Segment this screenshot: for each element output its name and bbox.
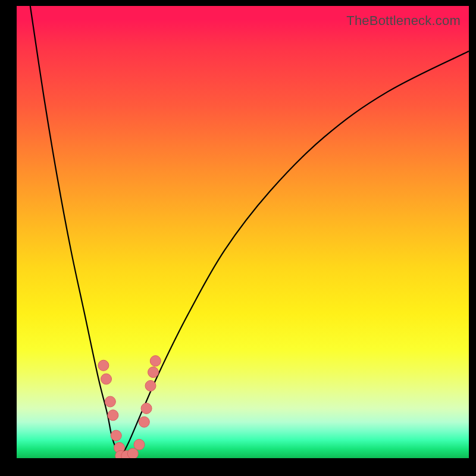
plot-area: TheBottleneck.com xyxy=(17,6,469,458)
data-marker xyxy=(98,360,109,371)
data-marker xyxy=(139,416,149,427)
data-marker xyxy=(145,380,156,391)
data-marker xyxy=(148,367,159,378)
data-marker xyxy=(105,396,115,407)
data-marker xyxy=(108,410,118,421)
data-marker xyxy=(141,403,152,414)
marker-cluster xyxy=(98,356,161,458)
curve-right-branch xyxy=(121,51,469,458)
data-marker xyxy=(134,439,145,450)
data-marker xyxy=(127,448,138,458)
data-marker xyxy=(150,356,161,367)
chart-frame: TheBottleneck.com xyxy=(0,0,476,476)
curve-layer xyxy=(17,6,469,458)
curve-left-branch xyxy=(30,6,121,458)
data-marker xyxy=(111,430,121,441)
data-marker xyxy=(101,374,112,384)
